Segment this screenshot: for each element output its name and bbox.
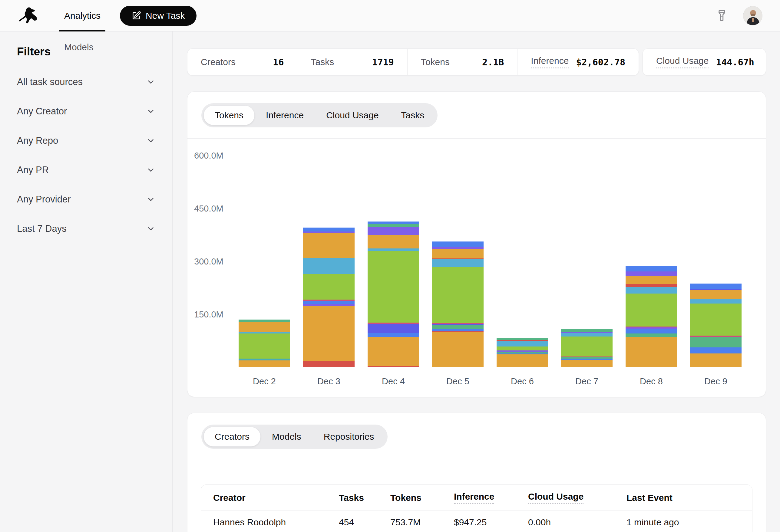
filter-label: Last 7 Days xyxy=(17,223,66,234)
new-task-label: New Task xyxy=(146,11,185,21)
column-header-tokens: Tokens xyxy=(390,493,454,503)
table-row-0[interactable]: Hannes Roodolph454753.7M$947.250.00h1 mi… xyxy=(201,511,752,532)
x-axis-label: Dec 4 xyxy=(368,376,419,386)
column-header-label: Tasks xyxy=(339,493,364,502)
column-header-tasks: Tasks xyxy=(339,493,390,503)
filter-dropdown-2[interactable]: Any Repo xyxy=(17,126,155,155)
bar-dec-5[interactable] xyxy=(432,242,484,367)
bar-segment-violet xyxy=(432,247,484,249)
bar-segment-royalblue xyxy=(432,242,484,247)
bar-segment-royalblue xyxy=(303,227,354,231)
bar-dec-6[interactable] xyxy=(497,338,548,367)
bar-segment-orange xyxy=(368,235,419,249)
column-header-inference[interactable]: Inference xyxy=(454,491,528,504)
stat-label: Tasks xyxy=(311,57,334,67)
filter-list: All task sourcesAny CreatorAny RepoAny P… xyxy=(17,67,155,243)
bar-segment-skyblue xyxy=(690,299,741,304)
chevron-down-icon xyxy=(146,165,155,175)
cell-tasks: 454 xyxy=(339,517,390,527)
table-tabs: CreatorsModelsRepositories xyxy=(201,425,388,449)
new-task-button[interactable]: New Task xyxy=(120,6,197,26)
x-axis-label: Dec 2 xyxy=(239,376,290,386)
kangaroo-logo[interactable] xyxy=(17,5,47,26)
column-header-label: Cloud Usage xyxy=(528,491,583,504)
stat-label[interactable]: Cloud Usage xyxy=(656,56,709,68)
bar-dec-8[interactable] xyxy=(626,266,677,367)
stats-card-primary: Creators16Tasks1719Tokens2.1BInference$2… xyxy=(187,48,639,76)
table-tab-creators[interactable]: Creators xyxy=(203,427,261,447)
chart-tabs: TokensInferenceCloud UsageTasks xyxy=(201,103,438,127)
bar-segment-orange xyxy=(690,354,741,367)
chevron-down-icon xyxy=(146,77,155,87)
table-tab-repositories[interactable]: Repositories xyxy=(312,427,385,447)
filter-dropdown-1[interactable]: Any Creator xyxy=(17,97,155,126)
chart-tab-tasks[interactable]: Tasks xyxy=(390,105,436,125)
table-body: Hannes Roodolph454753.7M$947.250.00h1 mi… xyxy=(201,511,752,532)
cell-last_event: 1 minute ago xyxy=(627,517,752,527)
column-header-cloud-usage[interactable]: Cloud Usage xyxy=(528,491,627,504)
stat-tokens: Tokens2.1B xyxy=(407,49,517,75)
bar-segment-royalblue xyxy=(690,283,741,289)
flashlight-icon[interactable] xyxy=(715,9,729,22)
bar-segment-skyblue xyxy=(432,259,484,267)
x-axis-label: Dec 5 xyxy=(432,376,484,386)
chart-tab-inference[interactable]: Inference xyxy=(255,105,315,125)
stacked-bar-chart: 600.0M450.0M300.0M150.0MDec 2Dec 3Dec 4D… xyxy=(187,139,766,397)
bar-dec-2[interactable] xyxy=(239,320,290,367)
bar-segment-orange xyxy=(497,354,548,367)
table-tab-models[interactable]: Models xyxy=(261,427,312,447)
cell-creator: Hannes Roodolph xyxy=(213,517,339,527)
stat-label[interactable]: Inference xyxy=(531,56,569,68)
bar-segment-orange xyxy=(432,332,484,367)
bar-segment-skyblue xyxy=(626,287,677,294)
filter-dropdown-5[interactable]: Last 7 Days xyxy=(17,214,155,243)
nav-item-models[interactable]: Models xyxy=(64,32,101,63)
bar-segment-orange xyxy=(561,360,613,367)
bar-segment-green xyxy=(561,336,613,357)
chart-tab-tokens[interactable]: Tokens xyxy=(203,105,255,125)
bar-segment-violet xyxy=(626,271,677,276)
chart-tabs-row: TokensInferenceCloud UsageTasks xyxy=(187,92,766,139)
bar-segment-red xyxy=(368,366,419,367)
bar-segment-green xyxy=(239,333,290,359)
cell-inference: $947.25 xyxy=(454,517,528,527)
bar-segment-violet xyxy=(303,304,354,306)
bar-segment-seagreen xyxy=(368,224,419,227)
stat-tasks: Tasks1719 xyxy=(297,49,407,75)
chart-tab-cloud-usage[interactable]: Cloud Usage xyxy=(315,105,390,125)
main-content: Creators16Tasks1719Tokens2.1BInference$2… xyxy=(173,32,780,532)
stat-value: 144.67h xyxy=(716,57,754,67)
y-axis-tick: 150.0M xyxy=(194,309,224,320)
bar-segment-orange xyxy=(368,337,419,366)
bar-segment-green xyxy=(690,304,741,335)
filter-dropdown-0[interactable]: All task sources xyxy=(17,67,155,97)
column-header-label: Inference xyxy=(454,491,494,504)
filter-dropdown-3[interactable]: Any PR xyxy=(17,155,155,184)
bar-segment-seagreen xyxy=(239,320,290,322)
bar-segment-skyblue xyxy=(497,341,548,347)
nav-item-analytics[interactable]: Analytics xyxy=(64,0,101,32)
user-avatar[interactable] xyxy=(743,6,763,25)
bar-dec-9[interactable] xyxy=(690,283,741,367)
bar-dec-3[interactable] xyxy=(303,227,354,367)
filter-dropdown-4[interactable]: Any Provider xyxy=(17,184,155,214)
table-header-row: CreatorTasksTokensInferenceCloud UsageLa… xyxy=(201,485,752,511)
bar-segment-royalblue xyxy=(368,333,419,337)
stat-value: 2.1B xyxy=(482,57,504,67)
stat-label: Creators xyxy=(201,57,236,67)
bar-segment-orange xyxy=(239,360,290,367)
bar-segment-orange xyxy=(690,290,741,300)
bar-segment-royalblue xyxy=(303,301,354,305)
chevron-down-icon xyxy=(146,224,155,233)
filter-label: All task sources xyxy=(17,76,83,88)
bar-dec-7[interactable] xyxy=(561,329,613,367)
stat-cloud-usage: Cloud Usage144.67h xyxy=(643,49,766,75)
bar-dec-4[interactable] xyxy=(368,221,419,367)
bar-segment-green xyxy=(303,274,354,300)
bar-segment-seagreen xyxy=(497,338,548,340)
bar-segment-orange xyxy=(303,306,354,361)
bar-segment-royalblue xyxy=(626,329,677,333)
x-axis-label: Dec 9 xyxy=(690,376,741,386)
y-axis-tick: 300.0M xyxy=(194,256,224,267)
bar-segment-green xyxy=(368,251,419,323)
